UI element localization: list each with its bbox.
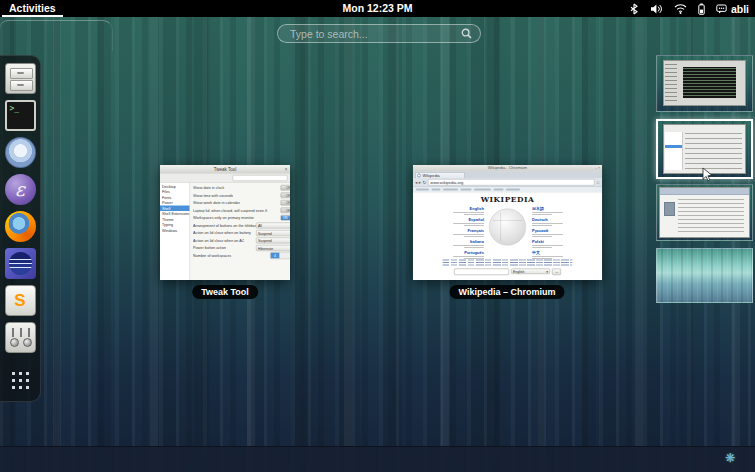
- emacs-icon[interactable]: ε: [5, 174, 36, 205]
- spin-button[interactable]: 4: [270, 252, 290, 259]
- bookmark-item[interactable]: [461, 189, 472, 191]
- sidebar-item[interactable]: Windows: [160, 228, 190, 234]
- files-icon[interactable]: [5, 63, 36, 94]
- sublime-text-icon[interactable]: S: [5, 285, 36, 316]
- wikipedia-portal-page: WIKIPEDIA English Español Français Itali…: [413, 193, 602, 281]
- portal-language-select[interactable]: English▾: [511, 269, 550, 275]
- language-link: Español: [426, 218, 484, 227]
- bookmark-item[interactable]: [506, 189, 520, 191]
- user-menu[interactable]: abli: [716, 3, 749, 15]
- language-link: Français: [426, 229, 484, 238]
- settings-row: Workspaces only on primary monitorON: [190, 214, 290, 222]
- dropdown[interactable]: All▾: [256, 222, 290, 228]
- tweak-settings-panel: Show date in clockOFF Show time with sec…: [190, 183, 290, 281]
- language-link: 日本語: [532, 207, 590, 216]
- settings-row: Laptop lid, when closed, will suspend ev…: [190, 207, 290, 215]
- username: abli: [731, 3, 749, 15]
- volume-icon[interactable]: [650, 3, 663, 15]
- chevron-down-icon: ▾: [546, 269, 548, 274]
- bookmark-item[interactable]: [494, 189, 504, 191]
- language-link: Português: [426, 251, 484, 260]
- settings-row: Power button actionHibernate▾: [190, 244, 290, 252]
- settings-row: Action on lid close when on batterySuspe…: [190, 229, 290, 237]
- language-links-left: English Español Français Italiano Portug…: [426, 207, 484, 262]
- settings-row: Show time with secondsOFF: [190, 192, 290, 200]
- portal-search-row: English▾ →: [413, 269, 602, 276]
- tweak-titlebar: Tweak Tool ×: [160, 165, 290, 174]
- toggle-switch[interactable]: OFF: [280, 208, 290, 214]
- snowflake-icon[interactable]: ❋: [725, 451, 735, 465]
- window-buttons[interactable]: – ×: [595, 165, 600, 171]
- portal-footer-links: [443, 260, 573, 268]
- workspace-thumbnail-4-empty[interactable]: [656, 248, 753, 303]
- settings-row: Arrangement of buttons on the titlebarAl…: [190, 222, 290, 230]
- reload-icon[interactable]: ↻: [423, 178, 427, 187]
- wikipedia-favicon: [417, 174, 421, 178]
- settings-row: Number of workspaces4: [190, 252, 290, 260]
- search-input[interactable]: [278, 28, 461, 40]
- settings-row: Show week date in calendarOFF: [190, 199, 290, 207]
- wikipedia-wordmark: WIKIPEDIA: [413, 195, 602, 204]
- tweak-tool-icon[interactable]: [5, 322, 36, 353]
- eclipse-icon[interactable]: [5, 248, 36, 279]
- toggle-switch[interactable]: OFF: [280, 185, 290, 191]
- search-icon: [461, 25, 472, 43]
- language-links-right: 日本語 Deutsch Русский Polski 中文: [532, 207, 590, 262]
- language-link: Русский: [532, 229, 590, 238]
- dropdown[interactable]: Hibernate▾: [256, 245, 290, 251]
- hot-corner-ripple: [0, 20, 113, 51]
- firefox-icon[interactable]: [5, 211, 36, 242]
- toggle-switch[interactable]: OFF: [280, 193, 290, 199]
- bluetooth-icon[interactable]: [629, 3, 639, 15]
- bookmark-star-icon[interactable]: ☆: [596, 178, 600, 187]
- network-icon[interactable]: [674, 3, 687, 14]
- browser-toolbar: ◂ ▸ ↻ www.wikipedia.org ☆: [413, 178, 602, 187]
- show-applications-icon[interactable]: [9, 369, 31, 391]
- mini-window: [663, 60, 747, 106]
- window-preview-tweak-tool[interactable]: Tweak Tool × Desktop Files Fonts Power S…: [160, 165, 290, 280]
- search-bar[interactable]: [277, 24, 481, 43]
- address-bar[interactable]: www.wikipedia.org: [428, 179, 595, 186]
- bookmark-item[interactable]: [474, 189, 491, 191]
- tweak-sidebar: Desktop Files Fonts Power Shell Shell Ex…: [160, 183, 190, 281]
- language-link: Italiano: [426, 240, 484, 249]
- tweak-toolbar: [160, 174, 290, 183]
- mini-terminal: [680, 65, 739, 99]
- back-icon[interactable]: ◂: [415, 178, 417, 187]
- window-caption: Tweak Tool: [192, 285, 258, 299]
- language-link: 中文: [532, 251, 590, 260]
- language-link: English: [426, 207, 484, 216]
- workspace-thumbnail-1[interactable]: [656, 55, 753, 112]
- battery-icon[interactable]: [698, 3, 705, 15]
- user-status-icon: [716, 4, 727, 14]
- settings-row: Show date in clockOFF: [190, 184, 290, 192]
- settings-row: Action on lid close when on ACSuspend▾: [190, 237, 290, 245]
- dash: >_ ε S: [0, 55, 41, 402]
- status-area: abli: [629, 0, 749, 17]
- portal-search-button[interactable]: →: [552, 269, 561, 276]
- language-link: Polski: [532, 240, 590, 249]
- top-bar: Activities Mon 12:23 PM abli: [0, 0, 755, 17]
- toggle-switch[interactable]: OFF: [280, 200, 290, 206]
- tab-strip: Wikipedia: [413, 172, 602, 179]
- bookmark-item[interactable]: [432, 189, 441, 191]
- wikipedia-globe: [489, 209, 526, 246]
- bookmark-item[interactable]: [416, 189, 429, 191]
- toggle-switch-on[interactable]: ON: [280, 215, 290, 221]
- workspace-thumbnail-3[interactable]: [656, 184, 753, 241]
- dropdown[interactable]: Suspend▾: [256, 237, 290, 243]
- close-icon[interactable]: ×: [285, 165, 288, 173]
- mini-window: [659, 187, 750, 239]
- terminal-icon[interactable]: >_: [5, 100, 36, 131]
- tweak-search-entry[interactable]: [233, 175, 288, 181]
- browser-tab[interactable]: Wikipedia: [415, 172, 465, 178]
- mouse-cursor: [702, 167, 713, 186]
- dropdown[interactable]: Suspend▾: [256, 230, 290, 236]
- gnome-activities-overview: Activities Mon 12:23 PM abli: [0, 0, 755, 472]
- forward-icon[interactable]: ▸: [419, 178, 421, 187]
- window-preview-chromium[interactable]: Wikipedia - Chromium – × Wikipedia ◂ ▸ ↻…: [413, 165, 602, 280]
- bookmark-item[interactable]: [443, 189, 458, 191]
- language-link: Deutsch: [532, 218, 590, 227]
- chromium-icon[interactable]: [5, 137, 36, 168]
- portal-search-input[interactable]: [454, 269, 509, 276]
